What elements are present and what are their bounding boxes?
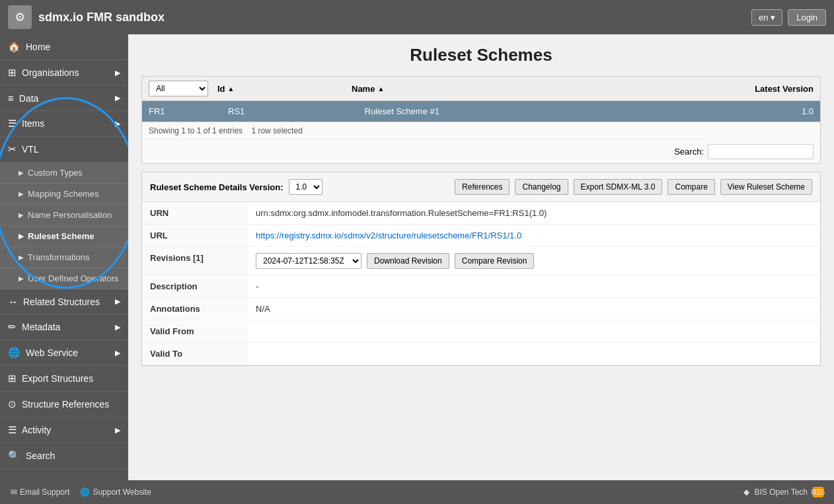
sidebar-item-vtl[interactable]: ✂ VTL (0, 137, 128, 162)
globe-icon: 🌐 (80, 487, 90, 497)
agency-filter-select[interactable]: All FR1 (149, 81, 208, 96)
chevron-right-icon: ▶ (115, 69, 120, 77)
sidebar-item-metadata[interactable]: ✏ Metadata ▶ (0, 314, 128, 340)
table-footer: Showing 1 to 1 of 1 entries 1 row select… (142, 122, 820, 139)
sub-arrow-icon: ▶ (19, 254, 24, 261)
vtl-section: ✂ VTL ▶ Custom Types ▶ Mapping Schemes ▶… (0, 137, 128, 289)
sidebar: 🏠 Home ⊞ Organisations ▶ ≡ Data ▶ ☰ Item… (0, 34, 128, 480)
sidebar-item-label: Activity (22, 425, 51, 435)
sidebar-item-custom-types[interactable]: ▶ Custom Types (0, 162, 128, 184)
search-icon: 🔍 (8, 450, 20, 462)
details-version-select[interactable]: 1.0 (289, 179, 322, 195)
sidebar-item-mapping-schemes[interactable]: ▶ Mapping Schemes (0, 184, 128, 205)
header-controls: en ▾ Login (751, 9, 826, 26)
view-ruleset-scheme-button[interactable]: View Ruleset Scheme (720, 179, 812, 195)
sidebar-item-organisations[interactable]: ⊞ Organisations ▶ (0, 60, 128, 86)
email-icon: ✉ (11, 487, 17, 497)
bis-label: BIS Open Tech (755, 487, 808, 497)
footer-links: ✉ Email Support 🌐 Support Website (11, 487, 151, 497)
page-title: Ruleset Schemes (141, 45, 821, 65)
chevron-right-icon: ▶ (115, 426, 120, 435)
sidebar-item-web-service[interactable]: 🌐 Web Service ▶ (0, 340, 128, 366)
sidebar-item-activity[interactable]: ☰ Activity ▶ (0, 417, 128, 443)
sidebar-item-home[interactable]: 🏠 Home (0, 34, 128, 60)
url-label: URL (142, 225, 248, 247)
id-cell: RS1 (221, 101, 358, 122)
web-service-icon: 🌐 (8, 347, 20, 359)
footer-brand: ◆ BIS Open Tech RSS (743, 487, 824, 497)
export-sdmx-button[interactable]: Export SDMX-ML 3.0 (574, 179, 663, 195)
app-logo: ⚙ (8, 5, 32, 29)
table-row[interactable]: FR1 RS1 Ruleset Scheme #1 1.0 (142, 101, 820, 122)
id-column-header: Id (217, 84, 225, 94)
related-structures-icon: ↔ (8, 296, 18, 307)
version-cell: 1.0 (741, 101, 820, 122)
search-label: Search: (674, 147, 704, 157)
sdmx-icon: ◆ (743, 487, 749, 497)
content-area: Ruleset Schemes All FR1 Id ▲ Name ▲ Late… (128, 34, 834, 480)
sidebar-item-transformations[interactable]: ▶ Transformations (0, 247, 128, 268)
sidebar-item-related-structures[interactable]: ↔ Related Structures ▶ (0, 289, 128, 314)
sidebar-item-ruleset-scheme[interactable]: ▶ Ruleset Scheme (0, 226, 128, 247)
table-search-input[interactable] (708, 144, 814, 159)
changelog-button[interactable]: Changelog (515, 179, 568, 195)
description-value: - (248, 275, 820, 298)
rss-icon: RSS (813, 487, 823, 497)
app-header: ⚙ sdmx.io FMR sandbox en ▾ Login (0, 0, 834, 34)
sidebar-item-data[interactable]: ≡ Data ▶ (0, 86, 128, 111)
revision-date-select[interactable]: 2024-07-12T12:58:35Z (256, 253, 361, 269)
valid-to-label: Valid To (142, 343, 248, 365)
references-button[interactable]: References (455, 179, 510, 195)
sidebar-item-label: Data (19, 93, 39, 104)
urn-value: urn:sdmx:org.sdmx.infomodel.transformati… (248, 202, 820, 225)
url-link[interactable]: https://registry.sdmx.io/sdmx/v2/structu… (256, 231, 521, 240)
table-filter-row: All FR1 Id ▲ Name ▲ Latest Version (142, 77, 820, 101)
sub-arrow-icon: ▶ (19, 233, 24, 240)
urn-label: URN (142, 202, 248, 225)
sidebar-item-export-structures[interactable]: ⊞ Export Structures (0, 366, 128, 392)
sidebar-item-items[interactable]: ☰ Items ▶ (0, 111, 128, 137)
sidebar-item-structure-references[interactable]: ⊙ Structure References (0, 392, 128, 417)
main-layout: 🏠 Home ⊞ Organisations ▶ ≡ Data ▶ ☰ Item… (0, 34, 834, 480)
sidebar-item-label: Metadata (22, 322, 60, 332)
language-selector[interactable]: en ▾ (751, 9, 782, 26)
compare-revision-button[interactable]: Compare Revision (455, 253, 535, 269)
sidebar-item-user-defined-operators[interactable]: ▶ User Defined Operators (0, 268, 128, 289)
sidebar-item-name-personalisation[interactable]: ▶ Name Personalisation (0, 205, 128, 226)
sidebar-item-search[interactable]: 🔍 Search (0, 443, 128, 469)
chevron-right-icon: ▶ (115, 297, 120, 306)
description-label: Description (142, 275, 248, 298)
name-cell: Ruleset Scheme #1 (358, 101, 741, 122)
details-header: Ruleset Scheme Details Version: 1.0 Refe… (142, 172, 820, 202)
details-version-label: Ruleset Scheme Details Version: (150, 182, 284, 192)
app-footer: ✉ Email Support 🌐 Support Website ◆ BIS … (0, 480, 834, 504)
compare-button[interactable]: Compare (667, 179, 714, 195)
valid-from-value (248, 320, 820, 343)
entries-count: Showing 1 to 1 of 1 entries 1 row select… (149, 126, 303, 135)
vtl-submenu: ▶ Custom Types ▶ Mapping Schemes ▶ Name … (0, 162, 128, 289)
sidebar-item-label: Items (22, 118, 44, 129)
revision-row: 2024-07-12T12:58:35Z Download Revision C… (256, 253, 812, 269)
version-column-header: Latest Version (741, 80, 820, 98)
organisations-icon: ⊞ (8, 67, 17, 79)
sub-arrow-icon: ▶ (19, 169, 24, 176)
login-button[interactable]: Login (788, 9, 826, 26)
support-website-link[interactable]: 🌐 Support Website (80, 487, 151, 497)
annotations-label: Annotations (142, 298, 248, 320)
revisions-value: 2024-07-12T12:58:35Z Download Revision C… (248, 247, 820, 275)
sidebar-item-label: Structure References (22, 399, 109, 410)
sort-arrow-icon: ▲ (228, 85, 235, 92)
chevron-right-icon: ▶ (115, 349, 120, 357)
activity-icon: ☰ (8, 424, 17, 436)
sub-arrow-icon: ▶ (19, 275, 24, 282)
email-support-link[interactable]: ✉ Email Support (11, 487, 69, 497)
download-revision-button[interactable]: Download Revision (367, 253, 449, 269)
sub-arrow-icon: ▶ (19, 211, 24, 219)
sidebar-item-label: Organisations (22, 67, 79, 78)
export-icon: ⊞ (8, 373, 17, 384)
items-icon: ☰ (8, 118, 17, 129)
table-search-row: Search: (142, 139, 820, 163)
valid-from-label: Valid From (142, 320, 248, 343)
metadata-icon: ✏ (8, 321, 17, 333)
annotations-value: N/A (248, 298, 820, 320)
